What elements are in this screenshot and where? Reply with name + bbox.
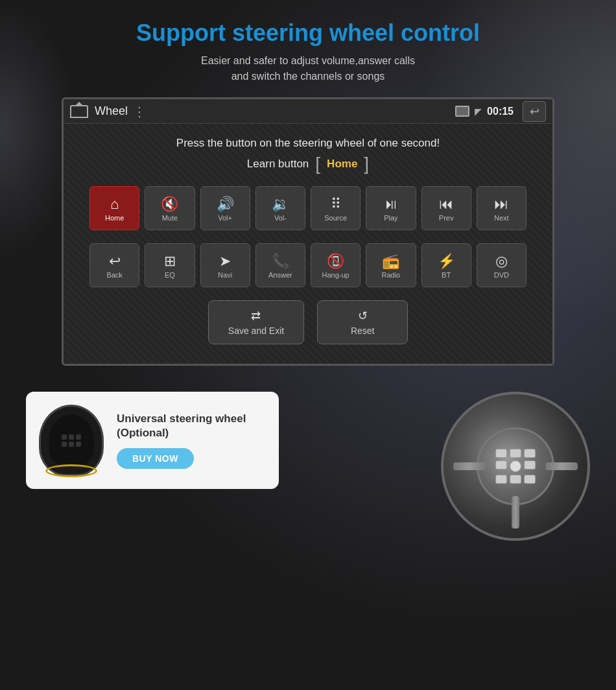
ctrl-btn-radio[interactable]: 📻 Radio	[366, 243, 416, 287]
ctrl-btn-home[interactable]: ⌂ Home	[89, 186, 139, 230]
ctrl-btn-next[interactable]: ⏭ Next	[477, 186, 527, 230]
page-title: Support steering wheel control	[136, 19, 480, 47]
prev-label: Prev	[439, 214, 454, 222]
sw-spoke-left	[453, 462, 486, 470]
reset-action-label: Reset	[351, 326, 375, 336]
remote-title: Universal steering wheel (Optional)	[117, 412, 266, 440]
eq-label: EQ	[165, 271, 175, 279]
next-label: Next	[494, 214, 509, 222]
navi-icon: ➤	[219, 254, 231, 268]
signal-icon: ◤	[475, 106, 482, 117]
sw-buttons-cluster	[492, 446, 539, 487]
remote-dot	[69, 434, 74, 440]
sw-spoke-bottom	[512, 496, 519, 529]
page-subtitle: Easier and safer to adjust volume,answer…	[201, 53, 415, 84]
button-grid-row1: ⌂ Home 🔇 Mute 🔊 Vol+ 🔉 Vol- ⠿ Source ⏯ P…	[89, 186, 527, 230]
image-icon	[455, 106, 469, 117]
remote-gold-ring	[45, 464, 97, 477]
remote-dot	[69, 442, 74, 447]
sw-btn	[495, 475, 507, 484]
home-label: Home	[105, 214, 124, 222]
remote-dot	[62, 442, 67, 447]
vol_plus-label: Vol+	[218, 214, 232, 222]
ctrl-btn-navi[interactable]: ➤ Navi	[200, 243, 250, 287]
ctrl-btn-dvd[interactable]: ◎ DVD	[477, 243, 527, 287]
vol_minus-label: Vol-	[274, 214, 287, 222]
learn-bracket-close: ]	[364, 155, 369, 173]
home-icon: ⌂	[110, 197, 119, 211]
status-time: 00:15	[487, 106, 514, 117]
remote-image	[39, 405, 104, 476]
ctrl-btn-back[interactable]: ↩ Back	[89, 243, 139, 287]
learn-value: Home	[327, 158, 357, 171]
source-label: Source	[324, 214, 347, 222]
content-wrapper: Support steering wheel control Easier an…	[0, 0, 616, 547]
back-nav-button[interactable]: ↩	[523, 101, 546, 122]
screen-content: Press the button on the steering wheel o…	[64, 124, 552, 364]
dvd-label: DVD	[494, 271, 509, 279]
remote-card: Universal steering wheel (Optional) BUY …	[26, 392, 279, 489]
remote-info: Universal steering wheel (Optional) BUY …	[117, 412, 266, 469]
remote-dot	[76, 434, 81, 440]
sw-btn	[524, 449, 536, 458]
hangup-label: Hang-up	[322, 271, 349, 279]
ctrl-btn-bt[interactable]: ⚡ BT	[421, 243, 471, 287]
mute-label: Mute	[162, 214, 178, 222]
status-right: ◤ 00:15 ↩	[455, 101, 546, 122]
remote-dot	[62, 434, 67, 440]
menu-dots-icon[interactable]: ⋮	[133, 104, 147, 119]
bottom-section: Universal steering wheel (Optional) BUY …	[0, 385, 616, 547]
navi-label: Navi	[218, 271, 232, 279]
ctrl-btn-vol_plus[interactable]: 🔊 Vol+	[200, 186, 250, 230]
mute-icon: 🔇	[161, 197, 178, 211]
sw-btn	[510, 475, 521, 484]
action-btn-save_exit[interactable]: ⇄ Save and Exit	[208, 300, 304, 344]
ctrl-btn-answer[interactable]: 📞 Answer	[255, 243, 305, 287]
sw-btn	[524, 460, 536, 470]
home-status-icon	[70, 105, 88, 118]
radio-label: Radio	[382, 271, 401, 279]
back-icon: ↩	[109, 254, 121, 268]
vol_minus-icon: 🔉	[272, 197, 289, 211]
sw-btn	[495, 449, 507, 458]
answer-label: Answer	[268, 271, 292, 279]
action-buttons: ⇄ Save and Exit ↺ Reset	[89, 300, 527, 344]
learn-bracket-open: [	[315, 155, 320, 173]
ctrl-btn-eq[interactable]: ⊞ EQ	[145, 243, 195, 287]
next-icon: ⏭	[494, 197, 508, 211]
bt-icon: ⚡	[438, 254, 455, 268]
status-bar: Wheel ⋮ ◤ 00:15 ↩	[64, 99, 552, 124]
ctrl-btn-mute[interactable]: 🔇 Mute	[145, 186, 195, 230]
reset-action-icon: ↺	[358, 309, 368, 323]
source-icon: ⠿	[331, 197, 341, 211]
instruction-text: Press the button on the steering wheel o…	[89, 137, 527, 150]
back-arrow-icon: ↩	[530, 104, 539, 119]
ctrl-btn-play[interactable]: ⏯ Play	[366, 186, 416, 230]
dvd-icon: ◎	[495, 254, 508, 268]
remote-dots	[62, 434, 81, 447]
action-btn-reset[interactable]: ↺ Reset	[317, 300, 408, 344]
play-label: Play	[384, 214, 397, 222]
hangup-icon: 📵	[327, 254, 344, 268]
ctrl-btn-prev[interactable]: ⏮ Prev	[421, 186, 471, 230]
sw-btn	[495, 460, 507, 470]
sw-ok-btn	[510, 460, 521, 472]
save_exit-action-label: Save and Exit	[228, 326, 284, 336]
learn-label: Learn button	[247, 158, 309, 171]
sw-btn	[524, 475, 536, 484]
sw-spoke-right	[545, 462, 578, 470]
ctrl-btn-vol_minus[interactable]: 🔉 Vol-	[255, 186, 305, 230]
answer-icon: 📞	[272, 254, 289, 268]
remote-dot	[76, 442, 81, 447]
vol_plus-icon: 🔊	[217, 197, 234, 211]
device-screen: Wheel ⋮ ◤ 00:15 ↩ Press the button on th…	[62, 97, 554, 366]
sw-btn	[510, 449, 521, 458]
screen-title: Wheel	[95, 104, 128, 118]
ctrl-btn-hangup[interactable]: 📵 Hang-up	[311, 243, 361, 287]
buy-now-button[interactable]: BUY NOW	[117, 448, 194, 469]
back-label: Back	[106, 271, 122, 279]
bt-label: BT	[442, 271, 451, 279]
ctrl-btn-source[interactable]: ⠿ Source	[311, 186, 361, 230]
save_exit-action-icon: ⇄	[251, 309, 261, 323]
play-icon: ⏯	[384, 197, 398, 211]
